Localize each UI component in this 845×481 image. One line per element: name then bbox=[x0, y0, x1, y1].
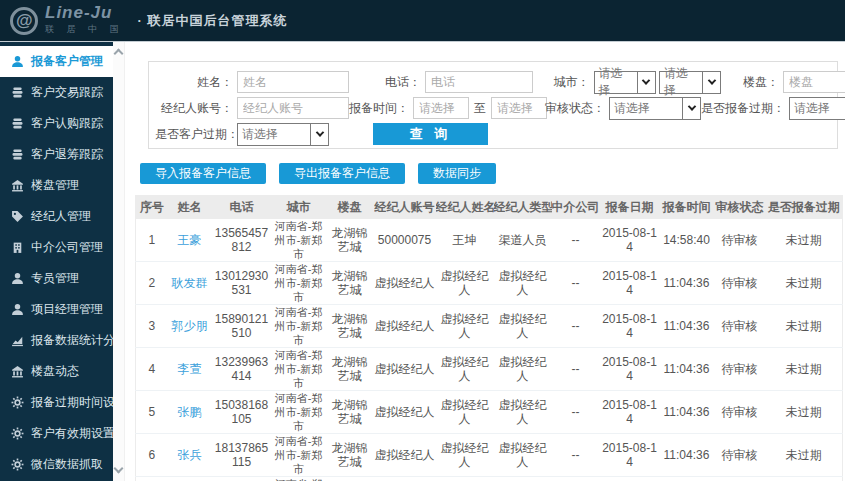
cell-estate: 龙湖锦艺城 bbox=[326, 391, 374, 434]
export-customers-button[interactable]: 导出报备客户信息 bbox=[279, 163, 405, 184]
sidebar-item-12[interactable]: 客户有效期设置 bbox=[0, 418, 113, 449]
report-time-label: 报备时间： bbox=[349, 100, 413, 117]
city-city-select[interactable]: 请选择 bbox=[659, 71, 721, 94]
table-row: 2耿发群13012930531河南省-郑州市-新郑市龙湖锦艺城虚拟经纪人虚拟经纪… bbox=[136, 262, 843, 305]
logo-sub-text: 联 居 中 国 bbox=[45, 23, 124, 36]
cell-agent-type: 虚拟经纪人 bbox=[494, 434, 552, 477]
estate-input[interactable] bbox=[783, 71, 845, 93]
sidebar-item-3[interactable]: 客户退筹跟踪 bbox=[0, 139, 113, 170]
cell-city: 河南省-郑州市-新郑市 bbox=[272, 477, 326, 481]
report-expire-value: 请选择 bbox=[790, 100, 845, 117]
cell-expired: 未过期 bbox=[766, 348, 843, 391]
name-field: 姓名： bbox=[155, 71, 349, 93]
customer-expire-field: 是否客户过期： 请选择 bbox=[155, 123, 353, 146]
cell-name[interactable]: 张兵 bbox=[168, 434, 212, 477]
search-button[interactable]: 查 询 bbox=[373, 123, 488, 145]
cell-expired: 未过期 bbox=[766, 219, 843, 262]
sidebar-item-9[interactable]: 报备数据统计分析 bbox=[0, 325, 113, 356]
col-name: 姓名 bbox=[168, 195, 212, 219]
sidebar-item-13[interactable]: 微信数据抓取 bbox=[0, 449, 113, 480]
sidebar-nav: 报备客户管理客户交易跟踪客户认购跟踪客户退筹跟踪楼盘管理经纪人管理中介公司管理专… bbox=[0, 42, 113, 481]
cell-date: 2015-08-14 bbox=[600, 391, 660, 434]
cell-phone: 18137865115 bbox=[212, 434, 272, 477]
col-phone: 电话 bbox=[212, 195, 272, 219]
phone-input[interactable] bbox=[425, 71, 533, 93]
city-province-select[interactable]: 请选择 bbox=[594, 71, 656, 94]
chevron-down-icon bbox=[637, 72, 655, 93]
report-time-from-input[interactable] bbox=[413, 97, 469, 119]
audit-status-field: 审核状态： 请选择 bbox=[539, 97, 701, 120]
cell-company: -- bbox=[552, 477, 600, 481]
agent-account-field: 经纪人账号： bbox=[155, 97, 349, 119]
customer-expire-label: 是否客户过期： bbox=[155, 126, 237, 143]
cell-name[interactable]: 郭少朋 bbox=[168, 305, 212, 348]
cell-date: 2015-08-14 bbox=[600, 434, 660, 477]
cell-agent-name: 王坤 bbox=[436, 219, 494, 262]
cell-no: 1 bbox=[136, 219, 168, 262]
sidebar-item-label: 客户退筹跟踪 bbox=[31, 146, 103, 163]
cell-city: 河南省-郑州市-新郑市 bbox=[272, 348, 326, 391]
cell-no: 7 bbox=[136, 477, 168, 481]
report-expire-field: 是否报备过期： 请选择 bbox=[701, 97, 845, 120]
content-scrollbar[interactable] bbox=[113, 42, 125, 481]
cell-name[interactable]: 耿发群 bbox=[168, 262, 212, 305]
cell-phone: 15090007970 bbox=[212, 477, 272, 481]
filter-row-3: 是否客户过期： 请选择 查 询 bbox=[155, 121, 831, 147]
sidebar-item-7[interactable]: 专员管理 bbox=[0, 263, 113, 294]
cell-no: 2 bbox=[136, 262, 168, 305]
col-agent-type: 经纪人类型 bbox=[494, 195, 552, 219]
cell-status: 待审核 bbox=[714, 219, 766, 262]
data-sync-button[interactable]: 数据同步 bbox=[418, 163, 496, 184]
sidebar-item-6[interactable]: 中介公司管理 bbox=[0, 232, 113, 263]
sidebar-item-label: 专员管理 bbox=[31, 270, 79, 287]
city-city-value: 请选择 bbox=[660, 65, 702, 99]
table-row: 7刘昊昱15090007970河南省-郑州市-新郑市龙湖锦艺城虚拟经纪人虚拟经纪… bbox=[136, 477, 843, 481]
sidebar-item-10[interactable]: 楼盘动态 bbox=[0, 356, 113, 387]
sidebar-item-8[interactable]: 项目经理管理 bbox=[0, 294, 113, 325]
cell-time: 11:04:36 bbox=[660, 305, 714, 348]
cell-name[interactable]: 李萱 bbox=[168, 348, 212, 391]
chevron-down-icon bbox=[682, 98, 700, 119]
cell-agent-type: 虚拟经纪人 bbox=[494, 262, 552, 305]
audit-status-select[interactable]: 请选择 bbox=[609, 97, 701, 120]
cell-estate: 龙湖锦艺城 bbox=[326, 348, 374, 391]
agent-account-input[interactable] bbox=[237, 97, 349, 119]
cell-name[interactable]: 张鹏 bbox=[168, 391, 212, 434]
col-report-expired: 是否报备过期 bbox=[766, 195, 843, 219]
cell-agent-type: 渠道人员 bbox=[494, 219, 552, 262]
cell-date: 2015-08-14 bbox=[600, 348, 660, 391]
audit-status-value: 请选择 bbox=[610, 100, 682, 117]
cell-no: 4 bbox=[136, 348, 168, 391]
sidebar-item-2[interactable]: 客户认购跟踪 bbox=[0, 108, 113, 139]
sidebar-item-label: 中介公司管理 bbox=[31, 239, 103, 256]
cell-agent-account: 虚拟经纪人 bbox=[374, 477, 436, 481]
name-input[interactable] bbox=[237, 71, 349, 93]
cell-name[interactable]: 王豪 bbox=[168, 219, 212, 262]
app-window: @ Line-Ju 联 居 中 国 · 联居中国后台管理系统 报备客户管理客户交… bbox=[0, 0, 845, 481]
report-expire-label: 是否报备过期： bbox=[701, 100, 789, 117]
customer-expire-select[interactable]: 请选择 bbox=[237, 123, 329, 146]
sidebar-item-5[interactable]: 经纪人管理 bbox=[0, 201, 113, 232]
cell-company: -- bbox=[552, 262, 600, 305]
cell-no: 6 bbox=[136, 434, 168, 477]
sidebar-item-4[interactable]: 楼盘管理 bbox=[0, 170, 113, 201]
sidebar-item-0[interactable]: 报备客户管理 bbox=[0, 46, 113, 77]
sidebar-item-1[interactable]: 客户交易跟踪 bbox=[0, 77, 113, 108]
cell-city: 河南省-郑州市-新郑市 bbox=[272, 219, 326, 262]
cell-status: 待审核 bbox=[714, 434, 766, 477]
scroll-up-icon[interactable] bbox=[115, 50, 123, 58]
cell-name[interactable]: 刘昊昱 bbox=[168, 477, 212, 481]
scroll-down-icon[interactable] bbox=[115, 465, 123, 473]
brand-logo: @ Line-Ju 联 居 中 国 bbox=[0, 5, 124, 36]
chevron-down-icon bbox=[702, 72, 720, 93]
sidebar-item-11[interactable]: 报备过期时间设置 bbox=[0, 387, 113, 418]
cell-company: -- bbox=[552, 219, 600, 262]
sidebar-item-label: 报备客户管理 bbox=[31, 53, 103, 70]
cell-time: 11:04:36 bbox=[660, 262, 714, 305]
report-expire-select[interactable]: 请选择 bbox=[789, 97, 845, 120]
cell-expired: 未过期 bbox=[766, 262, 843, 305]
customer-expire-value: 请选择 bbox=[238, 126, 310, 143]
chart-icon bbox=[11, 334, 24, 347]
import-customers-button[interactable]: 导入报备客户信息 bbox=[140, 163, 266, 184]
cell-city: 河南省-郑州市-新郑市 bbox=[272, 434, 326, 477]
